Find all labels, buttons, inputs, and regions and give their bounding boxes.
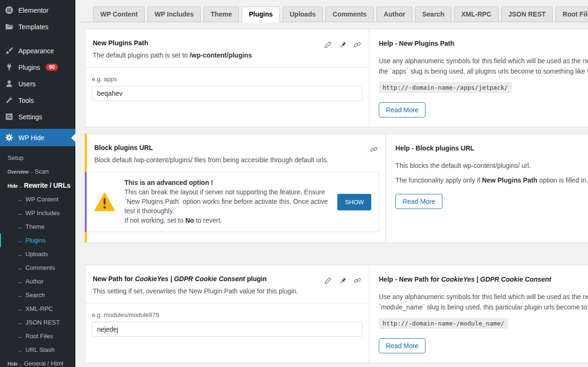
submenu-item-uploads[interactable]: →Uploads <box>0 247 75 261</box>
option-title: New Path for CookieYes | GDPR Cookie Con… <box>93 275 324 283</box>
submenu-item-plugins[interactable]: →Plugins <box>0 234 75 247</box>
admin-sidebar: Elementor Templates Appearance Plugins 9… <box>0 0 75 367</box>
submenu-item-author[interactable]: →Author <box>0 275 75 288</box>
show-button[interactable]: SHOW <box>337 194 371 210</box>
tab-wp-content[interactable]: WP Content <box>93 7 145 22</box>
option-section: Block plugins URL Block default /wp-cont… <box>87 134 386 242</box>
sidebar-item-label: Settings <box>18 113 42 121</box>
help-section: Help - New Plugins Path Use any alphanum… <box>369 29 588 127</box>
option-card-new-path-cookieyes: New Path for CookieYes | GDPR Cookie Con… <box>85 265 588 363</box>
sidebar-item-label: Appearance <box>18 47 54 55</box>
example-url-code: http://-domain-name-/module_name/ <box>379 318 508 329</box>
tools-icon <box>5 96 14 105</box>
submenu-item-scan[interactable]: Overview→Scan <box>0 165 75 178</box>
settings-tab-bar: WP Content WP Includes Theme Plugins Upl… <box>80 0 588 22</box>
option-actions <box>370 144 378 164</box>
link-icon[interactable] <box>353 276 361 284</box>
option-description: Block default /wp-content/plugins/ files… <box>94 156 370 164</box>
field-hint-label: e.g. modules/module979 <box>92 311 362 318</box>
submenu-item-url-slash[interactable]: →URL Slash <box>0 343 75 357</box>
sidebar-item-settings[interactable]: Settings <box>0 108 75 125</box>
warning-title: This is an advanced option ! <box>124 179 328 186</box>
tab-wp-includes[interactable]: WP Includes <box>147 7 201 22</box>
help-title: Help - New Path for CookieYes | GDPR Coo… <box>379 275 588 283</box>
read-more-button[interactable]: Read More <box>379 102 425 117</box>
gear-icon <box>5 133 14 142</box>
submenu-item-wp-content[interactable]: →WP Content <box>0 192 75 206</box>
cookieyes-path-input[interactable] <box>92 322 362 337</box>
read-more-button[interactable]: Read More <box>379 338 425 353</box>
tab-comments[interactable]: Comments <box>326 7 374 22</box>
submenu-item-general-html[interactable]: Hide→General / Html <box>0 357 75 367</box>
sidebar-item-label: WP Hide <box>18 134 44 142</box>
submenu-item-rewrite-urls[interactable]: Hide→Rewrite / URLs <box>0 178 75 192</box>
option-title: Block plugins URL <box>94 144 370 151</box>
sidebar-item-label: Tools <box>18 97 34 104</box>
option-description: The default plugins path is set to /wp-c… <box>93 51 324 59</box>
wp-hide-submenu: Setup Overview→Scan Hide→Rewrite / URLs … <box>0 146 75 367</box>
help-title: Help - Block plugins URL <box>395 144 588 152</box>
appearance-icon <box>5 46 14 55</box>
tab-root-files[interactable]: Root Files <box>555 7 588 22</box>
sidebar-item-label: Users <box>18 80 36 88</box>
submenu-item-comments[interactable]: →Comments <box>0 261 75 275</box>
option-section: New Path for CookieYes | GDPR Cookie Con… <box>85 265 369 363</box>
advanced-option-warning: This is an advanced option ! This can br… <box>85 172 379 232</box>
tab-plugins[interactable]: Plugins <box>242 7 280 22</box>
submenu-item-setup[interactable]: Setup <box>0 151 75 165</box>
main-content: WP Content WP Includes Theme Plugins Upl… <box>75 0 588 367</box>
option-title: New Plugins Path <box>93 39 324 47</box>
new-plugins-path-input[interactable] <box>92 86 362 101</box>
submenu-item-wp-includes[interactable]: →WP Includes <box>0 206 75 220</box>
pin-icon[interactable] <box>339 41 347 49</box>
option-section: New Plugins Path The default plugins pat… <box>85 29 369 127</box>
submenu-item-xml-rpc[interactable]: →XML-RPC <box>0 302 75 316</box>
help-section: Help - New Path for CookieYes | GDPR Coo… <box>369 265 588 363</box>
plugins-icon <box>5 63 14 72</box>
sidebar-item-users[interactable]: Users <box>0 75 75 92</box>
tab-theme[interactable]: Theme <box>204 7 239 22</box>
sidebar-item-label: Elementor <box>18 7 49 14</box>
tab-search[interactable]: Search <box>415 7 451 22</box>
tab-json-rest[interactable]: JSON REST <box>501 7 553 22</box>
settings-icon <box>5 112 14 121</box>
edit-icon[interactable] <box>324 41 332 49</box>
tab-uploads[interactable]: Uploads <box>283 7 323 22</box>
edit-icon[interactable] <box>324 276 332 284</box>
sidebar-item-label: Templates <box>18 23 49 31</box>
sidebar-item-tools[interactable]: Tools <box>0 92 75 108</box>
sidebar-item-elementor[interactable]: Elementor <box>0 0 75 18</box>
warning-triangle-icon <box>94 192 115 211</box>
elementor-icon <box>5 6 14 15</box>
link-icon[interactable] <box>353 41 361 49</box>
sidebar-item-templates[interactable]: Templates <box>0 18 75 35</box>
pin-icon[interactable] <box>339 276 347 284</box>
tab-author[interactable]: Author <box>376 7 412 22</box>
read-more-button[interactable]: Read More <box>395 194 442 209</box>
submenu-item-json-rest[interactable]: →JSON REST <box>0 316 75 329</box>
submenu-item-theme[interactable]: →Theme <box>0 220 75 234</box>
active-menu-notch <box>71 133 75 142</box>
link-icon[interactable] <box>370 145 378 153</box>
templates-icon <box>5 22 14 31</box>
help-title: Help - New Plugins Path <box>379 40 588 47</box>
help-section: Help - Block plugins URL This blocks the… <box>386 134 588 242</box>
sidebar-item-label: Plugins <box>18 64 40 71</box>
users-icon <box>5 79 14 88</box>
option-card-new-plugins-path: New Plugins Path The default plugins pat… <box>85 29 588 127</box>
submenu-item-search[interactable]: →Search <box>0 288 75 302</box>
submenu-item-root-files[interactable]: →Root Files <box>0 329 75 343</box>
tab-xml-rpc[interactable]: XML-RPC <box>454 7 498 22</box>
option-card-block-plugins-url: Block plugins URL Block default /wp-cont… <box>85 133 588 243</box>
option-actions <box>324 39 361 59</box>
example-url-code: http://-domain-name-/apps/jetpack/ <box>379 82 512 93</box>
sidebar-item-plugins[interactable]: Plugins 90 <box>0 59 75 75</box>
sidebar-item-appearance[interactable]: Appearance <box>0 42 75 59</box>
option-actions <box>324 275 361 295</box>
plugins-update-badge: 90 <box>46 64 58 71</box>
sidebar-separator <box>0 35 75 42</box>
field-hint-label: e.g. apps <box>92 75 362 83</box>
sidebar-item-wp-hide[interactable]: WP Hide <box>0 129 75 146</box>
option-description: This setting if set, overwrites the New … <box>93 287 324 295</box>
